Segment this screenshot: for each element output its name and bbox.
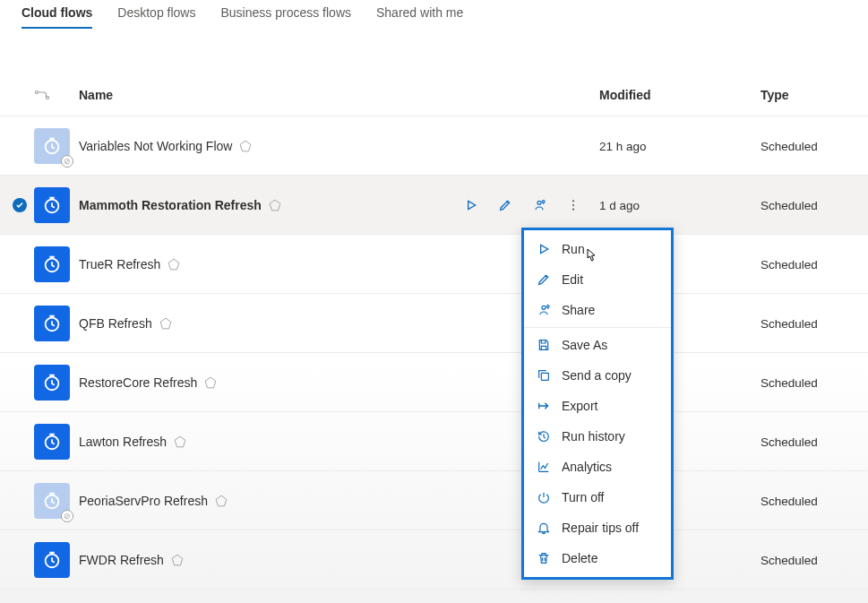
svg-point-16: [546, 306, 549, 308]
tab-cloud-flows[interactable]: Cloud flows: [21, 0, 92, 29]
column-header-name[interactable]: Name: [79, 88, 456, 102]
type-text: Scheduled: [761, 199, 818, 212]
premium-icon: [171, 554, 184, 566]
flow-name[interactable]: RestoreCore Refresh: [79, 375, 456, 390]
table-header: Name Modified Type: [0, 73, 868, 116]
run-icon: [537, 242, 551, 256]
disabled-badge-icon: ⊘: [61, 155, 73, 168]
tabs-bar: Cloud flows Desktop flows Business proce…: [0, 0, 868, 38]
flow-name[interactable]: PeoriaServPro Refresh: [79, 494, 456, 508]
flow-name[interactable]: TrueR Refresh: [79, 257, 456, 271]
menu-item-save-as[interactable]: Save As: [524, 330, 671, 360]
export-icon: [537, 399, 551, 413]
premium-icon: [269, 199, 281, 211]
menu-item-turn-off[interactable]: Turn off: [524, 482, 671, 513]
menu-item-send-a-copy[interactable]: Send a copy: [524, 360, 671, 391]
menu-item-label: Turn off: [562, 490, 604, 504]
flow-name[interactable]: Lawton Refresh: [79, 435, 456, 449]
menu-item-label: Edit: [562, 272, 583, 287]
svg-point-4: [537, 201, 541, 204]
type-text: Scheduled: [761, 435, 818, 449]
saveas-icon: [537, 338, 551, 352]
scheduled-flow-icon: ⊘: [34, 128, 70, 164]
premium-icon: [204, 376, 217, 389]
flow-name[interactable]: Variables Not Working Flow: [79, 139, 456, 153]
menu-item-run[interactable]: Run: [524, 234, 671, 264]
flow-name[interactable]: QFB Refresh: [79, 316, 456, 331]
svg-point-5: [542, 200, 545, 202]
type-text: Scheduled: [761, 317, 818, 331]
menu-item-run-history[interactable]: Run history: [524, 421, 671, 452]
flow-name[interactable]: FWDR Refresh: [79, 553, 456, 567]
menu-item-delete[interactable]: Delete: [524, 543, 671, 573]
scheduled-flow-icon: [34, 365, 70, 401]
svg-point-7: [572, 203, 574, 205]
menu-item-label: Repair tips off: [562, 521, 639, 535]
scheduled-flow-icon: [34, 187, 70, 223]
menu-item-analytics[interactable]: Analytics: [524, 452, 671, 482]
delete-icon: [537, 551, 551, 565]
tab-business-process-flows[interactable]: Business process flows: [220, 0, 351, 29]
scheduled-flow-icon: [34, 306, 70, 341]
scheduled-flow-icon: [34, 246, 70, 282]
table-row[interactable]: ⊘Variables Not Working Flow21 h agoSched…: [0, 116, 868, 176]
menu-item-repair-tips-off[interactable]: Repair tips off: [524, 513, 671, 543]
edit-button[interactable]: [497, 197, 513, 213]
menu-item-label: Run history: [562, 429, 625, 444]
analytics-icon: [537, 460, 551, 474]
tab-shared-with-me[interactable]: Shared with me: [376, 0, 463, 29]
history-icon: [537, 429, 551, 444]
type-text: Scheduled: [761, 258, 818, 271]
premium-icon: [215, 495, 228, 507]
turnoff-icon: [537, 490, 551, 504]
table-row[interactable]: ⊘PeoriaServPro RefreshScheduled: [0, 471, 868, 530]
type-text: Scheduled: [761, 140, 818, 153]
premium-icon: [239, 140, 252, 152]
tab-desktop-flows[interactable]: Desktop flows: [117, 0, 195, 29]
flow-type-icon: [34, 90, 50, 100]
column-header-modified[interactable]: Modified: [599, 88, 761, 102]
run-button[interactable]: [463, 197, 479, 213]
context-menu: RunEditShareSave AsSend a copyExportRun …: [521, 228, 674, 580]
modified-text: 1 d ago: [599, 199, 640, 212]
disabled-badge-icon: ⊘: [61, 510, 73, 522]
more-button[interactable]: [565, 197, 581, 213]
share-icon: [537, 303, 551, 317]
table-row[interactable]: QFB RefreshScheduled: [0, 294, 868, 353]
menu-item-label: Export: [562, 399, 597, 413]
menu-item-label: Send a copy: [562, 368, 632, 383]
menu-item-label: Analytics: [562, 460, 612, 474]
type-text: Scheduled: [761, 495, 818, 508]
flow-name[interactable]: Mammoth Restoration Refresh: [79, 198, 456, 212]
scheduled-flow-icon: [34, 424, 70, 460]
scheduled-flow-icon: ⊘: [34, 483, 70, 519]
modified-text: 21 h ago: [599, 140, 647, 153]
menu-item-label: Save As: [562, 338, 607, 352]
menu-item-label: Delete: [562, 551, 597, 565]
bell-icon: [537, 521, 551, 535]
menu-item-label: Run: [562, 242, 585, 256]
svg-point-6: [572, 200, 574, 202]
table-row[interactable]: FWDR RefreshScheduled: [0, 530, 868, 590]
table-row[interactable]: Lawton RefreshScheduled: [0, 412, 868, 471]
copy-icon: [537, 368, 551, 383]
premium-icon: [174, 435, 186, 448]
svg-point-0: [36, 90, 39, 93]
edit-icon: [537, 272, 551, 287]
svg-point-8: [572, 208, 574, 210]
table-row[interactable]: RestoreCore RefreshScheduled: [0, 353, 868, 412]
table-row[interactable]: Mammoth Restoration Refresh1 d agoSchedu…: [0, 176, 868, 235]
premium-icon: [159, 317, 172, 330]
menu-divider: [524, 327, 671, 328]
menu-item-edit[interactable]: Edit: [524, 264, 671, 295]
premium-icon: [168, 258, 180, 271]
column-header-type[interactable]: Type: [761, 88, 850, 102]
menu-item-export[interactable]: Export: [524, 391, 671, 421]
share-button[interactable]: [531, 197, 547, 213]
table-row[interactable]: TrueR RefreshScheduled: [0, 235, 868, 294]
type-text: Scheduled: [761, 554, 818, 567]
menu-item-share[interactable]: Share: [524, 295, 671, 325]
scheduled-flow-icon: [34, 542, 70, 578]
type-text: Scheduled: [761, 376, 818, 390]
row-selected-indicator[interactable]: [13, 198, 27, 212]
